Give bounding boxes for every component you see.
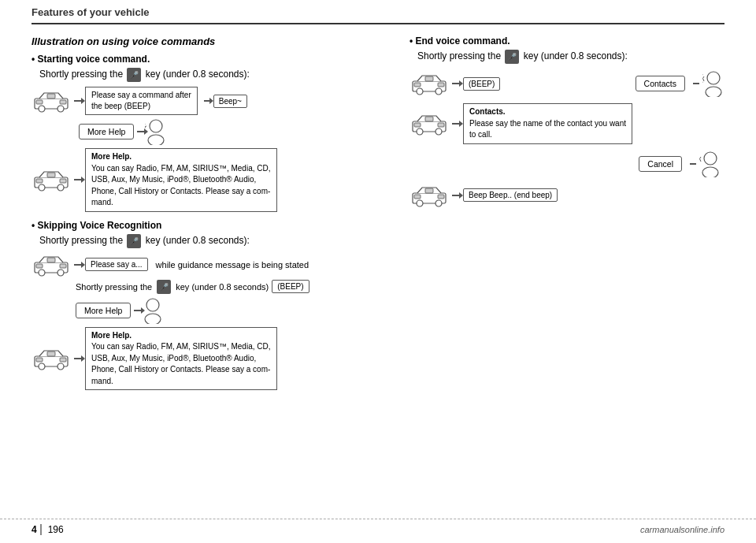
more-help-title: More Help.: [91, 152, 132, 161]
contacts-speech-box: Contacts. Please say the name of the con…: [463, 103, 632, 144]
watermark: carmanualsonline.info: [640, 525, 724, 534]
cancel-btn[interactable]: Cancel: [639, 156, 682, 172]
car-icon-6: [410, 112, 449, 136]
main-content: Illustration on using voice commands • S…: [32, 35, 724, 390]
person-icon-1: [145, 118, 167, 145]
please-say-badge: Please say a...: [85, 258, 148, 271]
arrow-to-person-1: [137, 131, 145, 132]
svg-point-21: [145, 314, 161, 324]
start-speech-box-2: More Help. You can say Radio, FM, AM, SI…: [85, 148, 277, 212]
mic-key-icon-3: 🎤: [157, 280, 171, 294]
start-speech-box-1: Please say a command afterthe beep (BEEP…: [85, 87, 198, 115]
page: Features of your vehicle Illustration on…: [0, 0, 756, 543]
svg-point-15: [39, 270, 45, 276]
svg-point-43: [702, 167, 718, 177]
page-number: 4 196: [32, 524, 64, 535]
more-help-row-2: More Help: [76, 297, 394, 324]
svg-rect-39: [414, 123, 421, 127]
page-title: Features of your vehicle: [32, 6, 724, 18]
car-icon-1: [32, 89, 71, 113]
svg-rect-18: [60, 264, 66, 268]
svg-point-6: [150, 120, 162, 132]
skip-more-help-body: You can say Radio, FM, AM, SIRIUS™, Medi…: [91, 342, 271, 385]
person-icon-4: [699, 151, 721, 177]
svg-point-38: [435, 128, 442, 135]
svg-rect-27: [47, 351, 55, 356]
svg-rect-17: [36, 264, 43, 268]
svg-point-1: [39, 106, 45, 112]
skipping-sub: Shortly pressing the 🎤 key (under 0.8 se…: [39, 234, 394, 248]
svg-point-30: [435, 88, 442, 95]
svg-point-29: [417, 88, 423, 95]
start-speech-text-1: Please say a command afterthe beep (BEEP…: [91, 91, 191, 110]
starting-bullet: • Starting voice command.: [32, 54, 394, 65]
while-text: while guidance message is being stated: [156, 260, 309, 270]
contacts-speech-title: Contacts.: [469, 107, 506, 116]
svg-rect-19: [47, 258, 55, 262]
mic-key-icon: 🎤: [127, 68, 141, 82]
more-help-body: You can say Radio, FM, AM, SIRIUS™, Medi…: [91, 164, 271, 207]
svg-point-7: [148, 135, 164, 145]
svg-point-23: [39, 363, 45, 370]
page-header: Features of your vehicle: [32, 0, 724, 24]
left-column: Illustration on using voice commands • S…: [32, 35, 394, 390]
arrow-3: [74, 264, 82, 266]
end-row2: Contacts. Please say the name of the con…: [410, 103, 724, 144]
mic-key-icon-2: 🎤: [127, 234, 141, 248]
svg-point-24: [57, 363, 64, 370]
svg-rect-26: [60, 358, 66, 362]
skipping-section: • Skipping Voice Recognition Shortly pre…: [32, 220, 394, 391]
skip-speech-box-2: More Help. You can say Radio, FM, AM, SI…: [85, 327, 277, 391]
svg-rect-11: [36, 179, 43, 183]
svg-point-34: [707, 72, 720, 84]
svg-point-10: [57, 184, 64, 191]
starting-section: • Starting voice command. Shortly pressi…: [32, 54, 394, 212]
more-help-btn-1[interactable]: More Help: [79, 124, 134, 139]
skip-more-help-title: More Help.: [91, 331, 132, 340]
car-icon-4: [32, 347, 71, 370]
car-icon-7: [410, 184, 449, 207]
person-icon-3: [702, 70, 724, 97]
svg-point-20: [146, 299, 159, 311]
svg-point-42: [704, 152, 717, 165]
svg-point-16: [57, 270, 64, 276]
svg-rect-49: [425, 188, 433, 193]
svg-rect-3: [36, 100, 43, 104]
skipping-shortly-row: Shortly pressing the 🎤 key (under 0.8 se…: [76, 280, 394, 294]
contacts-btn[interactable]: Contacts: [636, 76, 685, 91]
more-help-btn-2[interactable]: More Help: [76, 303, 131, 318]
starting-sub: Shortly pressing the 🎤 key (under 0.8 se…: [39, 68, 394, 82]
beep-badge-1: Beep~: [213, 95, 247, 108]
page-num-right: 196: [48, 524, 64, 535]
mic-key-icon-4: 🎤: [505, 50, 519, 64]
svg-rect-40: [438, 123, 444, 127]
beep-end-badge: Beep Beep.. (end beep): [463, 188, 558, 202]
svg-point-9: [39, 184, 45, 191]
right-column: • End voice command. Shortly pressing th…: [410, 35, 724, 390]
skip-diagram-row2: More Help. You can say Radio, FM, AM, SI…: [32, 327, 394, 391]
section-title: Illustration on using voice commands: [32, 35, 394, 47]
arrow-1: [74, 100, 82, 102]
skipping-row1: Please say a... while guidance message i…: [32, 253, 394, 277]
shortly-text: Shortly pressing the: [76, 282, 152, 292]
end-bullet: • End voice command.: [410, 35, 724, 46]
svg-point-45: [417, 200, 423, 206]
arrow-2: [74, 179, 82, 180]
svg-point-35: [706, 87, 721, 97]
start-diagram-row2: More Help. You can say Radio, FM, AM, SI…: [32, 148, 394, 212]
page-divider: [40, 524, 42, 535]
end-beep-badge: (BEEP): [463, 77, 500, 91]
page-num-left: 4: [32, 524, 37, 535]
car-icon-3: [32, 253, 71, 277]
svg-rect-4: [60, 100, 66, 104]
person-icon-2: [142, 297, 164, 324]
svg-rect-5: [47, 94, 55, 99]
arrow-to-beep: [204, 100, 210, 102]
end-row1: (BEEP) Contacts: [410, 70, 724, 97]
arrow-to-person-2: [134, 310, 142, 311]
car-icon-5: [410, 72, 449, 95]
svg-point-46: [435, 200, 442, 206]
svg-rect-48: [438, 195, 444, 199]
svg-rect-31: [414, 83, 421, 87]
page-footer: 4 196 carmanualsonline.info: [0, 519, 756, 535]
